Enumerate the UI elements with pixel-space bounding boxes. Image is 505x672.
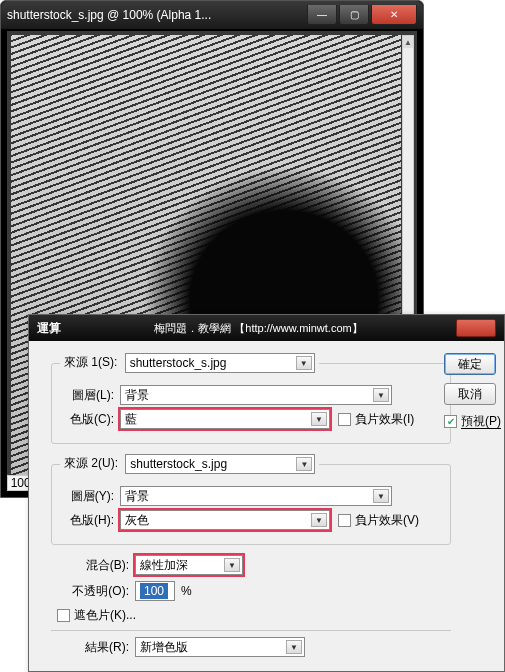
source1-channel-select[interactable]: 藍 ▼ bbox=[120, 409, 330, 429]
source2-invert-label: 負片效果(V) bbox=[355, 512, 419, 529]
source1-invert-label: 負片效果(I) bbox=[355, 411, 414, 428]
opacity-value: 100 bbox=[140, 583, 168, 599]
source1-legend: 來源 1(S): shutterstock_s.jpg ▼ bbox=[60, 353, 319, 373]
minimize-button[interactable]: — bbox=[307, 5, 337, 25]
image-window-titlebar[interactable]: shutterstock_s.jpg @ 100% (Alpha 1... — … bbox=[1, 1, 423, 29]
dialog-titlebar[interactable]: 運算 梅問題．教學網 【http://www.minwt.com】 bbox=[29, 315, 504, 341]
result-value: 新增色版 bbox=[140, 639, 188, 656]
source2-channel-label: 色版(H): bbox=[60, 512, 120, 529]
source2-layer-value: 背景 bbox=[125, 488, 149, 505]
separator bbox=[51, 630, 451, 631]
source1-invert-checkbox[interactable] bbox=[338, 413, 351, 426]
source1-layer-label: 圖層(L): bbox=[60, 387, 120, 404]
source1-layer-select[interactable]: 背景 ▼ bbox=[120, 385, 392, 405]
blend-label: 混合(B): bbox=[75, 557, 135, 574]
dialog-credit: 梅問題．教學網 【http://www.minwt.com】 bbox=[61, 321, 456, 336]
calculations-dialog: 運算 梅問題．教學網 【http://www.minwt.com】 來源 1(S… bbox=[28, 314, 505, 672]
mask-label: 遮色片(K)... bbox=[74, 607, 136, 624]
source2-layer-select[interactable]: 背景 ▼ bbox=[120, 486, 392, 506]
source2-group: 來源 2(U): shutterstock_s.jpg ▼ 圖層(Y): 背景 … bbox=[51, 454, 451, 545]
source2-legend: 來源 2(U): shutterstock_s.jpg ▼ bbox=[60, 454, 319, 474]
chevron-down-icon: ▼ bbox=[296, 356, 312, 370]
preview-checkbox[interactable]: ✔ bbox=[444, 415, 457, 428]
cancel-button[interactable]: 取消 bbox=[444, 383, 496, 405]
result-label: 結果(R): bbox=[75, 639, 135, 656]
opacity-unit: % bbox=[181, 584, 192, 598]
scroll-up-arrow-icon[interactable]: ▲ bbox=[403, 36, 413, 48]
chevron-down-icon: ▼ bbox=[311, 513, 327, 527]
opacity-label: 不透明(O): bbox=[57, 583, 135, 600]
source2-file-value: shutterstock_s.jpg bbox=[130, 457, 227, 471]
source1-file-value: shutterstock_s.jpg bbox=[130, 356, 227, 370]
source1-channel-label: 色版(C): bbox=[60, 411, 120, 428]
blend-select[interactable]: 線性加深 ▼ bbox=[135, 555, 243, 575]
chevron-down-icon: ▼ bbox=[373, 489, 389, 503]
dialog-close-button[interactable] bbox=[456, 319, 496, 337]
source2-layer-label: 圖層(Y): bbox=[60, 488, 120, 505]
chevron-down-icon: ▼ bbox=[373, 388, 389, 402]
source2-channel-select[interactable]: 灰色 ▼ bbox=[120, 510, 330, 530]
result-select[interactable]: 新增色版 ▼ bbox=[135, 637, 305, 657]
preview-label: 預視(P) bbox=[461, 413, 501, 430]
source1-layer-value: 背景 bbox=[125, 387, 149, 404]
source1-group: 來源 1(S): shutterstock_s.jpg ▼ 圖層(L): 背景 … bbox=[51, 353, 451, 444]
source2-file-select[interactable]: shutterstock_s.jpg ▼ bbox=[125, 454, 315, 474]
source1-file-select[interactable]: shutterstock_s.jpg ▼ bbox=[125, 353, 315, 373]
close-button[interactable]: ✕ bbox=[371, 5, 417, 25]
ok-button[interactable]: 確定 bbox=[444, 353, 496, 375]
mask-checkbox[interactable] bbox=[57, 609, 70, 622]
chevron-down-icon: ▼ bbox=[296, 457, 312, 471]
source2-invert-checkbox[interactable] bbox=[338, 514, 351, 527]
chevron-down-icon: ▼ bbox=[224, 558, 240, 572]
source2-channel-value: 灰色 bbox=[125, 512, 149, 529]
chevron-down-icon: ▼ bbox=[311, 412, 327, 426]
chevron-down-icon: ▼ bbox=[286, 640, 302, 654]
source1-channel-value: 藍 bbox=[125, 411, 137, 428]
maximize-button[interactable]: ▢ bbox=[339, 5, 369, 25]
opacity-input[interactable]: 100 bbox=[135, 581, 175, 601]
blend-value: 線性加深 bbox=[140, 557, 188, 574]
dialog-title: 運算 bbox=[37, 320, 61, 337]
image-window-title: shutterstock_s.jpg @ 100% (Alpha 1... bbox=[7, 8, 307, 22]
